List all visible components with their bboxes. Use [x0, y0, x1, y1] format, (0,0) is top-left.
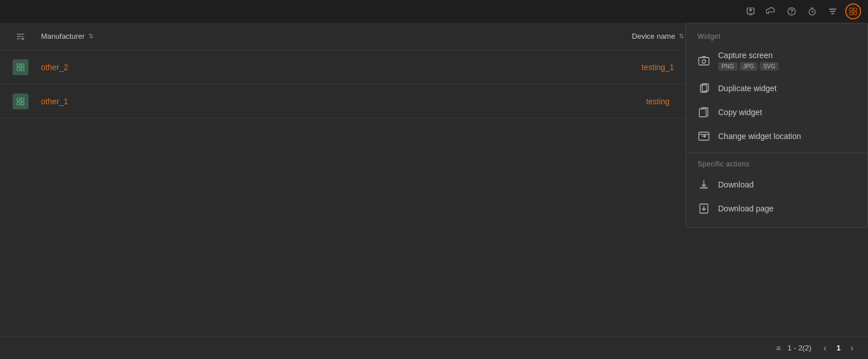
device-name-sort-icon: ⇅	[679, 32, 684, 40]
svg-rect-16	[699, 58, 709, 65]
cloud-icon[interactable]	[763, 3, 779, 19]
svg-rect-8	[17, 64, 20, 67]
capture-screen-item[interactable]: Capture screen PNG JPG SVG	[686, 45, 867, 76]
manufacturer-label: Manufacturer	[41, 32, 85, 40]
svg-rect-15	[21, 102, 24, 105]
duplicate-widget-text: Duplicate widget	[718, 84, 856, 93]
svg-point-17	[702, 60, 706, 63]
download-text: Download	[718, 180, 856, 189]
row-icon-box	[13, 93, 28, 109]
header-icon-cell	[5, 32, 36, 41]
widget-section-label: Widget	[686, 30, 867, 45]
svg-rect-12	[17, 98, 20, 101]
help-icon[interactable]	[784, 3, 800, 19]
row-icon-cell	[5, 93, 36, 109]
specific-actions-label: Specific actions	[686, 158, 867, 173]
pagination-range: 1 - 2(2)	[788, 344, 812, 352]
row-manufacturer: other_1	[36, 97, 453, 106]
svg-rect-11	[21, 68, 24, 71]
svg-rect-4	[850, 8, 853, 11]
svg-rect-9	[21, 64, 24, 67]
svg-rect-13	[21, 98, 24, 101]
change-location-text: Change widget location	[718, 132, 856, 141]
menu-divider	[686, 153, 867, 153]
download-page-item[interactable]: Download page	[686, 197, 867, 221]
main-content: Manufacturer ⇅ Device name ⇅	[0, 23, 868, 359]
change-location-icon	[698, 130, 710, 142]
duplicate-widget-item[interactable]: Duplicate widget	[686, 76, 867, 100]
topbar	[0, 0, 868, 23]
svg-point-2	[791, 13, 792, 14]
filter-top-icon[interactable]	[825, 3, 841, 19]
next-page-button[interactable]: ›	[845, 341, 859, 355]
capture-screen-text: Capture screen PNG JPG SVG	[718, 51, 856, 71]
prev-page-button[interactable]: ‹	[818, 341, 832, 355]
svg-rect-5	[854, 8, 857, 11]
duplicate-widget-icon	[698, 82, 710, 95]
row-manufacturer: other_2	[36, 63, 453, 72]
copy-widget-icon	[698, 106, 710, 119]
widget-menu-button[interactable]	[845, 3, 861, 19]
timer-icon[interactable]	[804, 3, 820, 19]
svg-rect-7	[854, 12, 857, 15]
manufacturer-sort-icon: ⇅	[88, 32, 93, 40]
download-page-icon	[698, 202, 710, 215]
copy-widget-item[interactable]: Copy widget	[686, 100, 867, 124]
widget-dropdown-menu: Widget Capture screen PNG JPG SVG	[686, 23, 868, 228]
pagination-nav: ‹ 1 ›	[818, 341, 859, 355]
svg-rect-10	[17, 68, 20, 71]
device-name-label: Device name	[632, 32, 675, 40]
change-widget-location-item[interactable]: Change widget location	[686, 124, 867, 148]
download-page-text: Download page	[718, 204, 856, 213]
pagination-list-icon: ≡	[776, 344, 781, 353]
download-icon	[698, 178, 710, 191]
svg-rect-14	[17, 102, 20, 105]
capture-screen-badges: PNG JPG SVG	[718, 62, 856, 71]
svg-rect-6	[850, 12, 853, 15]
row-icon-cell	[5, 59, 36, 75]
capture-screen-icon	[698, 55, 710, 67]
copy-widget-text: Copy widget	[718, 108, 856, 117]
col-manufacturer-header[interactable]: Manufacturer ⇅	[36, 32, 453, 40]
export-icon[interactable]	[743, 3, 759, 19]
pagination: ≡ 1 - 2(2) ‹ 1 ›	[0, 336, 868, 359]
current-page: 1	[837, 344, 841, 352]
row-icon-box	[13, 59, 28, 75]
download-item[interactable]: Download	[686, 173, 867, 197]
svg-rect-20	[699, 109, 706, 117]
